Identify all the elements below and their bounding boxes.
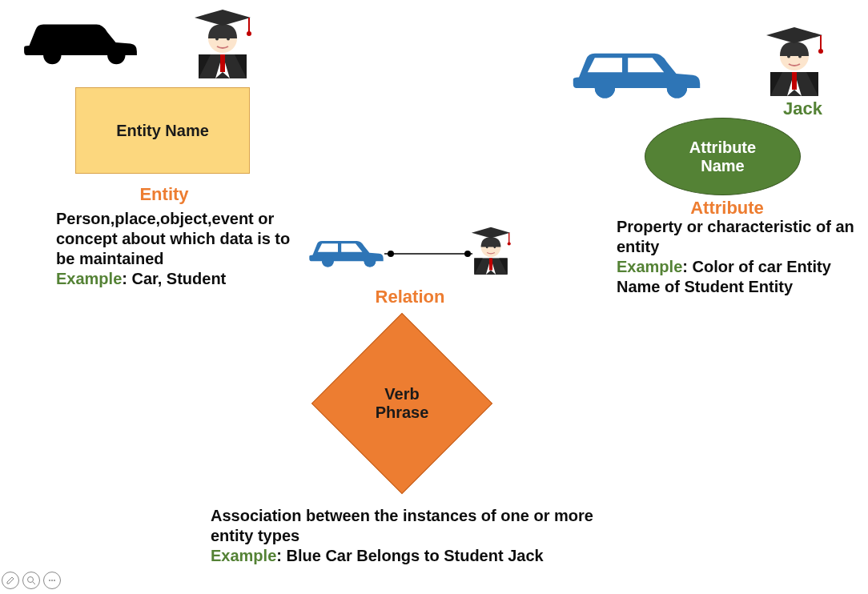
- example-label: Example: [56, 270, 122, 287]
- entity-heading: Entity: [116, 184, 212, 205]
- svg-point-13: [247, 31, 251, 36]
- relation-heading: Relation: [362, 287, 458, 307]
- black-car-icon: [14, 4, 147, 71]
- attribute-description-block: Property or characteristic of an entity …: [617, 217, 861, 297]
- svg-point-40: [493, 246, 496, 248]
- blue-car-icon: [565, 30, 709, 106]
- svg-point-45: [28, 577, 34, 583]
- svg-point-48: [51, 580, 53, 581]
- svg-line-46: [33, 582, 35, 584]
- zoom-button[interactable]: [22, 572, 40, 589]
- entity-shape-label: Entity Name: [116, 122, 209, 140]
- student-small-icon: [466, 220, 516, 279]
- attribute-heading: Attribute: [679, 198, 775, 219]
- svg-point-0: [44, 47, 61, 64]
- attribute-description: Property or characteristic of an entity: [617, 218, 854, 255]
- svg-point-15: [667, 78, 687, 98]
- relation-shape-label: VerbPhrase: [376, 385, 429, 422]
- svg-point-23: [798, 54, 802, 58]
- svg-point-29: [364, 255, 376, 267]
- svg-point-9: [227, 37, 230, 41]
- example-label: Example: [617, 258, 682, 275]
- jack-label: Jack: [783, 98, 822, 119]
- student-icon: [187, 0, 259, 83]
- relation-description-block: Association between the instances of one…: [211, 506, 603, 566]
- svg-point-1: [108, 47, 125, 64]
- relation-example-text: : Blue Car Belongs to Student Jack: [276, 547, 543, 564]
- relation-description: Association between the instances of one…: [211, 507, 593, 544]
- entity-description: Person,place,object,event or concept abo…: [56, 210, 290, 267]
- svg-point-27: [818, 49, 823, 54]
- svg-point-44: [508, 242, 511, 245]
- svg-point-49: [54, 580, 55, 581]
- svg-point-14: [595, 78, 615, 98]
- entity-description-block: Person,place,object,event or concept abo…: [56, 209, 304, 289]
- relation-shape: VerbPhrase: [311, 312, 493, 495]
- blue-car-small-icon: [304, 227, 388, 274]
- student-icon: [758, 18, 830, 101]
- svg-point-31: [388, 251, 394, 257]
- entity-example-text: : Car, Student: [122, 270, 226, 287]
- svg-point-8: [215, 37, 219, 41]
- example-label: Example: [211, 547, 276, 564]
- svg-point-22: [787, 54, 790, 58]
- svg-point-39: [486, 246, 488, 248]
- svg-rect-42: [490, 233, 492, 236]
- more-options-button[interactable]: [43, 572, 61, 589]
- pen-tool-button[interactable]: [2, 572, 19, 589]
- svg-rect-37: [489, 258, 492, 270]
- footer-toolbar: [2, 572, 61, 589]
- svg-rect-25: [793, 35, 796, 40]
- attribute-shape: AttributeName: [645, 118, 801, 195]
- svg-rect-11: [221, 18, 224, 22]
- entity-shape: Entity Name: [75, 87, 250, 174]
- svg-point-28: [322, 255, 334, 267]
- attribute-shape-label: AttributeName: [689, 138, 756, 175]
- svg-rect-20: [792, 72, 797, 90]
- svg-rect-6: [220, 54, 225, 72]
- svg-point-47: [49, 580, 50, 581]
